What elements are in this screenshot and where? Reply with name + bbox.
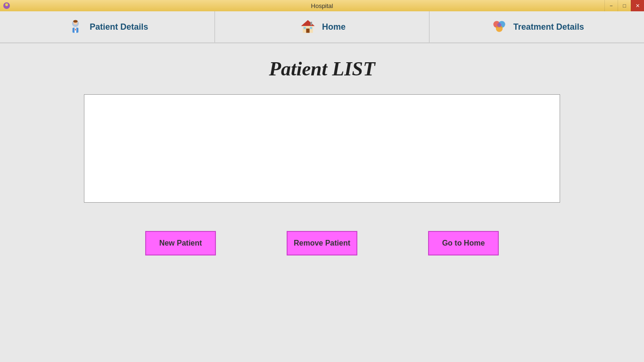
minimize-button[interactable]: − — [604, 0, 618, 11]
tab-treatment-details[interactable]: Treatment Details — [429, 11, 644, 42]
svg-rect-12 — [310, 27, 313, 29]
main-content: Patient LIST New Patient Remove Patient … — [0, 43, 644, 362]
maximize-button[interactable]: □ — [618, 0, 631, 11]
svg-point-4 — [74, 20, 78, 23]
home-icon — [298, 17, 317, 36]
treatment-icon — [490, 17, 509, 36]
tab-patient-details[interactable]: Patient Details — [0, 11, 215, 42]
new-patient-button[interactable]: New Patient — [145, 231, 216, 255]
action-buttons: New Patient Remove Patient Go to Home — [145, 231, 499, 255]
go-to-home-button[interactable]: Go to Home — [428, 231, 499, 255]
window-title: Hospital — [311, 2, 333, 9]
tab-home-label: Home — [322, 22, 346, 32]
svg-rect-13 — [310, 22, 312, 25]
title-bar: Hospital − □ ✕ — [0, 0, 644, 11]
nav-tabs: Patient Details Home — [0, 11, 644, 43]
svg-marker-8 — [301, 20, 315, 26]
person-icon — [66, 17, 85, 36]
tab-home[interactable]: Home — [215, 11, 430, 42]
close-button[interactable]: ✕ — [631, 0, 644, 11]
svg-point-1 — [5, 3, 8, 6]
svg-rect-11 — [304, 27, 306, 29]
tab-treatment-details-label: Treatment Details — [513, 22, 584, 32]
app-icon — [3, 2, 10, 9]
svg-point-17 — [497, 23, 501, 27]
patient-list[interactable] — [84, 94, 560, 203]
svg-rect-10 — [306, 29, 309, 33]
tab-patient-details-label: Patient Details — [90, 22, 148, 32]
window-controls: − □ ✕ — [604, 0, 644, 11]
page-title: Patient LIST — [269, 58, 375, 80]
remove-patient-button[interactable]: Remove Patient — [287, 231, 357, 255]
